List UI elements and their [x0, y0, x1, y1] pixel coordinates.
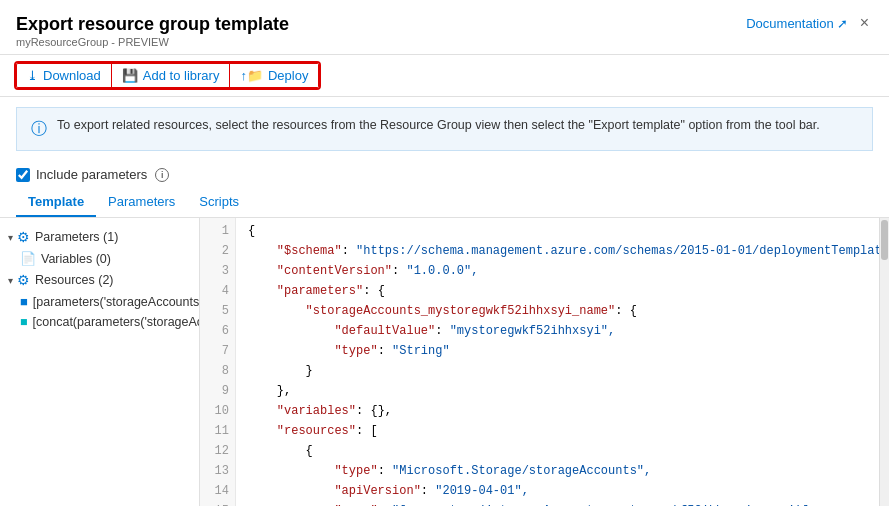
code-line: {	[248, 222, 879, 242]
line-number: 13	[200, 462, 229, 482]
tab-parameters[interactable]: Parameters	[96, 188, 187, 217]
code-line: "defaultValue": "mystoregwkf52ihhxsyi",	[248, 322, 879, 342]
code-brace: {	[378, 282, 385, 301]
chevron-down-icon-2: ▾	[8, 275, 13, 286]
document-icon: 📄	[20, 251, 36, 266]
code-brace: },	[248, 382, 291, 401]
code-line: "apiVersion": "2019-04-01",	[248, 482, 879, 502]
page-subtitle: myResourceGroup - PREVIEW	[16, 36, 289, 48]
tree-item-storage-2[interactable]: ■ [concat(parameters('storageAcc...	[12, 312, 199, 332]
download-icon: ⤓	[27, 68, 38, 83]
tree-item-storage-1[interactable]: ■ [parameters('storageAccounts_...	[12, 291, 199, 312]
code-string: "String"	[392, 342, 450, 361]
storage-icon: ■	[20, 294, 28, 309]
page-title: Export resource group template	[16, 14, 289, 35]
tree-panel: ▾ ⚙ Parameters (1) 📄 Variables (0) ▾ ⚙ R…	[0, 218, 200, 506]
chevron-down-icon: ▾	[8, 232, 13, 243]
info-banner: ⓘ To export related resources, select th…	[16, 107, 873, 151]
code-string: "https://schema.management.azure.com/sch…	[356, 242, 879, 261]
line-number: 1	[200, 222, 229, 242]
tree-item-variables[interactable]: 📄 Variables (0)	[12, 248, 199, 269]
add-to-library-button[interactable]: 💾 Add to library	[112, 64, 231, 87]
toolbar: ⤓ Download 💾 Add to library ↑📁 Deploy	[0, 55, 889, 97]
line-numbers: 123456789101112131415	[200, 218, 236, 506]
tab-template[interactable]: Template	[16, 188, 96, 217]
code-content[interactable]: 123456789101112131415 { "$schema": "http…	[200, 218, 889, 506]
code-lines: { "$schema": "https://schema.management.…	[236, 218, 879, 506]
gear-icon-2: ⚙	[17, 272, 30, 288]
deploy-button[interactable]: ↑📁 Deploy	[230, 64, 318, 87]
include-parameters-label: Include parameters	[36, 167, 147, 182]
tree-label-variables: Variables (0)	[41, 252, 111, 266]
code-line: "storageAccounts_mystoregwkf52ihhxsyi_na…	[248, 302, 879, 322]
tree-label-storage-1: [parameters('storageAccounts_...	[33, 295, 200, 309]
code-brace: }	[248, 362, 313, 381]
line-number: 5	[200, 302, 229, 322]
line-number: 15	[200, 502, 229, 506]
library-icon: 💾	[122, 68, 138, 83]
tree-label-parameters: Parameters (1)	[35, 230, 118, 244]
code-brace: {	[630, 302, 637, 321]
info-tooltip-icon: i	[155, 168, 169, 182]
code-line: "$schema": "https://schema.management.az…	[248, 242, 879, 262]
documentation-link[interactable]: Documentation ➚	[746, 16, 847, 31]
code-line: "resources": [	[248, 422, 879, 442]
line-number: 7	[200, 342, 229, 362]
tree-label-storage-2: [concat(parameters('storageAcc...	[33, 315, 200, 329]
code-string: "mystoregwkf52ihhxsyi",	[450, 322, 616, 341]
code-line: "contentVersion": "1.0.0.0",	[248, 262, 879, 282]
tree-item-resources[interactable]: ▾ ⚙ Resources (2)	[0, 269, 199, 291]
code-line: "name": "[parameters('storageAccounts_my…	[248, 502, 879, 506]
line-number: 6	[200, 322, 229, 342]
info-banner-text: To export related resources, select the …	[57, 118, 820, 132]
line-number: 3	[200, 262, 229, 282]
code-brace: {},	[370, 402, 392, 421]
line-number: 2	[200, 242, 229, 262]
scrollbar[interactable]	[879, 218, 889, 506]
code-panel: 123456789101112131415 { "$schema": "http…	[200, 218, 889, 506]
code-line: },	[248, 382, 879, 402]
title-left: Export resource group template myResourc…	[16, 14, 289, 48]
storage-icon-2: ■	[20, 315, 28, 329]
toolbar-button-group: ⤓ Download 💾 Add to library ↑📁 Deploy	[16, 63, 319, 88]
tree-label-resources: Resources (2)	[35, 273, 114, 287]
code-line: }	[248, 362, 879, 382]
tree-item-parameters[interactable]: ▾ ⚙ Parameters (1)	[0, 226, 199, 248]
main-content: ▾ ⚙ Parameters (1) 📄 Variables (0) ▾ ⚙ R…	[0, 218, 889, 506]
code-line: {	[248, 442, 879, 462]
title-right: Documentation ➚ ×	[746, 14, 873, 32]
external-link-icon: ➚	[837, 16, 848, 31]
code-brace: [	[370, 422, 377, 441]
scrollbar-thumb[interactable]	[881, 220, 888, 260]
title-bar: Export resource group template myResourc…	[0, 0, 889, 55]
line-number: 9	[200, 382, 229, 402]
code-string: "1.0.0.0",	[406, 262, 478, 281]
deploy-icon: ↑📁	[240, 68, 263, 83]
close-button[interactable]: ×	[856, 14, 873, 32]
line-number: 10	[200, 402, 229, 422]
code-string: "Microsoft.Storage/storageAccounts",	[392, 462, 651, 481]
line-number: 8	[200, 362, 229, 382]
line-number: 11	[200, 422, 229, 442]
include-parameters-checkbox[interactable]	[16, 168, 30, 182]
download-button[interactable]: ⤓ Download	[17, 64, 112, 87]
code-brace: {	[248, 222, 255, 241]
code-string: "[parameters('storageAccounts_mystoregwk…	[392, 502, 810, 506]
line-number: 12	[200, 442, 229, 462]
tab-scripts[interactable]: Scripts	[187, 188, 251, 217]
include-parameters-row: Include parameters i	[0, 161, 889, 188]
gear-icon: ⚙	[17, 229, 30, 245]
line-number: 14	[200, 482, 229, 502]
line-number: 4	[200, 282, 229, 302]
code-line: "variables": {},	[248, 402, 879, 422]
code-string: "2019-04-01",	[435, 482, 529, 501]
info-icon: ⓘ	[31, 119, 47, 140]
code-line: "parameters": {	[248, 282, 879, 302]
tabs-bar: Template Parameters Scripts	[0, 188, 889, 218]
code-line: "type": "Microsoft.Storage/storageAccoun…	[248, 462, 879, 482]
code-line: "type": "String"	[248, 342, 879, 362]
code-brace: {	[248, 442, 313, 461]
